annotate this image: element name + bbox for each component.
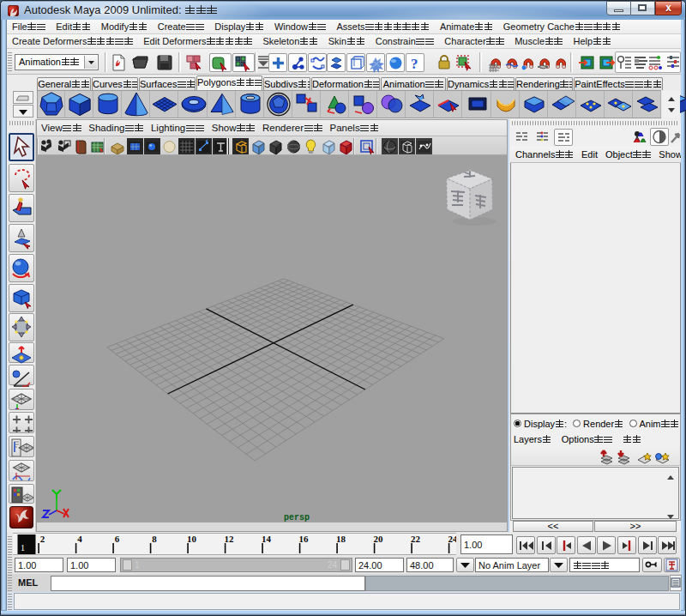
svg-text:22: 22	[411, 534, 421, 544]
svg-text:24: 24	[448, 534, 457, 544]
svg-text:10: 10	[187, 534, 197, 544]
svg-text:2: 2	[40, 534, 45, 544]
svg-text:?: ?	[411, 56, 418, 72]
svg-text:14: 14	[262, 534, 272, 544]
svg-text:18: 18	[336, 534, 346, 544]
svg-text:1: 1	[21, 543, 25, 553]
svg-text:8: 8	[152, 534, 157, 544]
svg-text:12: 12	[225, 534, 235, 544]
svg-text:4: 4	[77, 534, 82, 544]
svg-text:20: 20	[374, 534, 384, 544]
svg-text:16: 16	[299, 534, 310, 544]
svg-text:6: 6	[115, 534, 120, 544]
